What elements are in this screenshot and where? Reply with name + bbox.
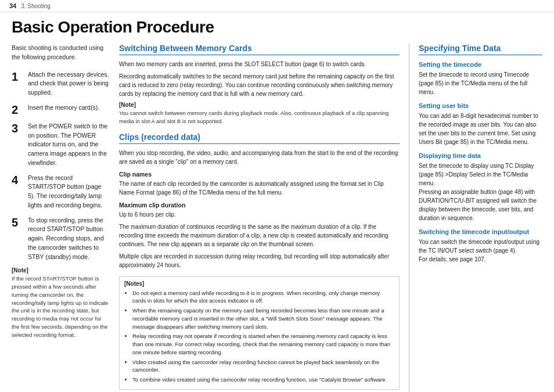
- note-item: Video created using the camcorder relay …: [132, 358, 394, 375]
- setting-timecode-body: Set the timecode to record using Timecod…: [419, 70, 542, 96]
- setting-userbits-title: Setting user bits: [419, 102, 542, 109]
- notes-section: [Notes] Do not eject a memory card while…: [119, 276, 400, 390]
- switching-section: Switching Between Memory Cards When two …: [119, 44, 400, 125]
- page-number: 34: [9, 2, 16, 9]
- main-content: Basic Operation Procedure Basic shooting…: [0, 12, 554, 392]
- maxduration-body2: The maximum duration of continuous recor…: [119, 222, 400, 249]
- note-item: Relay recording may not operate if recor…: [132, 332, 394, 356]
- specifying-title: Specifying Time Data: [419, 44, 542, 55]
- setting-userbits-body: You can add an 8-digit hexadecimal numbe…: [419, 112, 542, 146]
- switching-note-label: [Note]: [119, 102, 400, 108]
- left-note-text: If the record START/STOP button is press…: [12, 275, 110, 339]
- step-number: 4: [12, 174, 24, 186]
- step-item: 3 Set the POWER switch to the on positio…: [12, 122, 110, 168]
- displaying-body: Set the timecode to display using TC Dis…: [419, 161, 542, 222]
- notes-title: [Notes]: [124, 280, 394, 287]
- setting-timecode-title: Setting the timecode: [419, 61, 542, 68]
- maxduration-body1: Up to 6 hours per clip.: [119, 210, 400, 219]
- clipnames-title: Clip names: [119, 171, 400, 178]
- switching-title: Switching Between Memory Cards: [119, 44, 400, 55]
- columns-wrapper: Basic shooting is conducted using the fo…: [12, 44, 542, 392]
- switching-body2: Recording automatically switches to the …: [119, 72, 400, 98]
- top-bar: 34 3. Shooting: [0, 0, 554, 12]
- step-item: 5 To stop recording, press the record ST…: [12, 216, 110, 262]
- step-text: To stop recording, press the record STAR…: [28, 216, 110, 262]
- step-text: Insert the memory card(s).: [28, 103, 110, 113]
- step-number: 3: [12, 122, 24, 135]
- maxduration-body3: Multiple clips are recorded in successio…: [119, 252, 400, 269]
- intro-text: Basic shooting is conducted using the fo…: [12, 44, 110, 62]
- middle-column: Switching Between Memory Cards When two …: [119, 44, 409, 392]
- right-column: Specifying Time Data Setting the timecod…: [409, 44, 542, 392]
- clips-title: Clips (recorded data): [119, 132, 400, 144]
- step-text: Attach the necessary devices, and check …: [28, 70, 110, 98]
- maxduration-title: Maximum clip duration: [119, 202, 400, 208]
- step-item: 4 Press the record START/STOP button (pa…: [12, 174, 110, 210]
- step-list: 1 Attach the necessary devices, and chec…: [12, 70, 110, 262]
- left-note-label: [Note]: [12, 267, 110, 274]
- note-item: To combine video created using the camco…: [132, 376, 394, 384]
- clips-section: Clips (recorded data) When you stop reco…: [119, 132, 400, 269]
- left-column: Basic shooting is conducted using the fo…: [12, 44, 119, 392]
- step-item: 2 Insert the memory card(s).: [12, 103, 110, 116]
- note-item: When the remaining capacity on the memor…: [132, 307, 394, 330]
- notes-list: Do not eject a memory card while recordi…: [124, 289, 394, 384]
- clips-body: When you stop recording, the video, audi…: [119, 149, 400, 166]
- switching-note: [Note] You cannot switch between memory …: [119, 102, 400, 125]
- switching-note-text: You cannot switch between memory cards d…: [119, 109, 400, 125]
- section-label: 3. Shooting: [21, 3, 51, 9]
- note-item: Do not eject a memory card while recordi…: [132, 289, 394, 305]
- page-container: 34 3. Shooting Basic Operation Procedure…: [0, 0, 554, 392]
- switching-body1: When two memory cards are inserted, pres…: [119, 60, 400, 69]
- page-title: Basic Operation Procedure: [12, 18, 542, 37]
- switching-tc-title: Switching the timecode input/output: [419, 228, 542, 235]
- step-item: 1 Attach the necessary devices, and chec…: [12, 70, 110, 98]
- step-number: 2: [12, 103, 24, 116]
- clipnames-body: The name of each clip recorded by the ca…: [119, 179, 400, 197]
- step-text: Press the record START/STOP button (page…: [28, 174, 110, 210]
- step-text: Set the POWER switch to the on position.…: [28, 122, 110, 168]
- left-note-block: [Note] If the record START/STOP button i…: [12, 267, 110, 339]
- switching-tc-body: You can switch the timecode input/output…: [419, 238, 542, 264]
- displaying-title: Displaying time data: [419, 152, 542, 159]
- step-number: 5: [12, 216, 24, 229]
- step-number: 1: [12, 70, 24, 83]
